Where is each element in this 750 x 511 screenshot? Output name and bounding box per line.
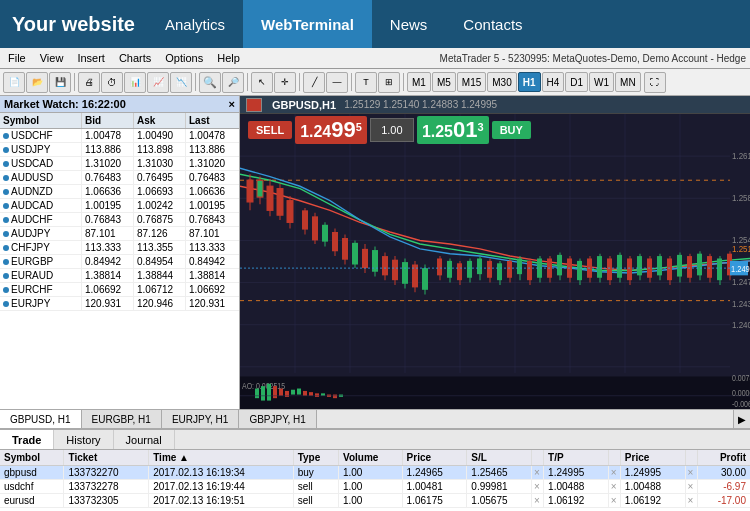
- svg-rect-134: [255, 389, 259, 399]
- th-tp[interactable]: T/P: [544, 450, 609, 466]
- svg-rect-36: [342, 238, 348, 260]
- market-watch-row[interactable]: USDJPY 113.886 113.898 113.886: [0, 143, 239, 157]
- buy-button[interactable]: BUY: [492, 121, 531, 139]
- tf-m1[interactable]: M1: [407, 72, 431, 92]
- tb-save[interactable]: 💾: [49, 72, 71, 93]
- market-watch-row[interactable]: USDCAD 1.31020 1.31030 1.31020: [0, 157, 239, 171]
- svg-text:1.24749: 1.24749: [732, 276, 750, 287]
- tb-bar[interactable]: 📈: [147, 72, 169, 93]
- menu-view[interactable]: View: [36, 51, 68, 65]
- trade-row[interactable]: gbpusd 133732270 2017.02.13 16:19:34 buy…: [0, 466, 750, 480]
- trade-tab-journal[interactable]: Journal: [114, 430, 175, 449]
- th-price[interactable]: Price: [402, 450, 467, 466]
- market-watch-row[interactable]: EURCHF 1.06692 1.06712 1.06692: [0, 283, 239, 297]
- chart-tab-eurjpy[interactable]: EURJPY, H1: [162, 410, 240, 428]
- tf-h1[interactable]: H1: [518, 72, 541, 92]
- tb-zoom-in[interactable]: ⏱: [101, 72, 123, 93]
- chart-tab-eurgbp[interactable]: EURGBP, H1: [82, 410, 162, 428]
- svg-rect-40: [362, 249, 368, 268]
- menu-charts[interactable]: Charts: [115, 51, 155, 65]
- svg-rect-147: [333, 395, 337, 399]
- tf-m30[interactable]: M30: [487, 72, 516, 92]
- chart-price-info: 1.25129 1.25140 1.24883 1.24995: [344, 99, 497, 110]
- market-watch-row[interactable]: AUDNZD 1.06636 1.06693 1.06636: [0, 185, 239, 199]
- market-watch-row[interactable]: AUDUSD 0.76483 0.76495 0.76483: [0, 171, 239, 185]
- th-ticket[interactable]: Ticket: [64, 450, 149, 466]
- svg-rect-62: [477, 258, 482, 274]
- th-sl[interactable]: S/L: [467, 450, 532, 466]
- tf-d1[interactable]: D1: [565, 72, 588, 92]
- market-watch-row[interactable]: USDCHF 1.00478 1.00490 1.00478: [0, 129, 239, 143]
- svg-rect-94: [637, 256, 642, 275]
- market-watch-row[interactable]: EURGBP 0.84942 0.84954 0.84942: [0, 255, 239, 269]
- market-watch-row[interactable]: CHFJPY 113.333 113.355 113.333: [0, 241, 239, 255]
- svg-rect-142: [303, 391, 307, 396]
- tb-crosshair[interactable]: ✛: [274, 72, 296, 93]
- nav-analytics[interactable]: Analytics: [147, 0, 243, 48]
- svg-rect-136: [267, 384, 271, 401]
- trade-row[interactable]: eurusd 133732305 2017.02.13 16:19:51 sel…: [0, 494, 750, 508]
- tb-zoom-in2[interactable]: 🔍: [199, 72, 221, 93]
- trade-tab-trade[interactable]: Trade: [0, 430, 54, 449]
- market-watch-row[interactable]: EURAUD 1.38814 1.38844 1.38814: [0, 269, 239, 283]
- chart-tab-scroll-right[interactable]: ▶: [733, 410, 750, 428]
- th-time[interactable]: Time ▲: [149, 450, 293, 466]
- site-title: Your website: [0, 0, 147, 48]
- market-watch-row[interactable]: AUDCAD 1.00195 1.00242 1.00195: [0, 199, 239, 213]
- svg-rect-98: [657, 256, 662, 275]
- svg-rect-137: [273, 386, 277, 398]
- tf-w1[interactable]: W1: [589, 72, 614, 92]
- nav-contacts[interactable]: Contacts: [445, 0, 540, 48]
- tb-arrow[interactable]: ⊞: [378, 72, 400, 93]
- tb-zoom-out[interactable]: 🔎: [222, 72, 244, 93]
- svg-rect-68: [507, 261, 512, 278]
- th-symbol[interactable]: Symbol: [0, 450, 64, 466]
- svg-text:0.000000: 0.000000: [732, 388, 750, 398]
- sell-button[interactable]: SELL: [248, 121, 292, 139]
- tf-m15[interactable]: M15: [457, 72, 486, 92]
- tb-line[interactable]: 📉: [170, 72, 192, 93]
- tb-print[interactable]: 🖨: [78, 72, 100, 93]
- th-volume[interactable]: Volume: [338, 450, 402, 466]
- th-profit[interactable]: Profit: [697, 450, 750, 466]
- menu-insert[interactable]: Insert: [73, 51, 109, 65]
- market-watch-close[interactable]: ×: [229, 98, 235, 110]
- trade-tab-history[interactable]: History: [54, 430, 113, 449]
- tb-candle[interactable]: 📊: [124, 72, 146, 93]
- tb-open[interactable]: 📂: [26, 72, 48, 93]
- chart-tab-gbpjpy[interactable]: GBPJPY, H1: [239, 410, 317, 428]
- tf-mn[interactable]: MN: [615, 72, 641, 92]
- svg-rect-32: [322, 225, 328, 242]
- trade-row[interactable]: usdchf 133732278 2017.02.13 16:19:44 sel…: [0, 480, 750, 494]
- market-watch-row[interactable]: AUDJPY 87.101 87.126 87.101: [0, 227, 239, 241]
- nav-news[interactable]: News: [372, 0, 446, 48]
- menu-bar: File View Insert Charts Options Help Met…: [0, 48, 750, 69]
- tf-m5[interactable]: M5: [432, 72, 456, 92]
- menu-options[interactable]: Options: [161, 51, 207, 65]
- th-close-price[interactable]: Price: [620, 450, 685, 466]
- col-symbol: Symbol: [0, 113, 82, 128]
- chart-tab-gbpusd[interactable]: GBPUSD, H1: [0, 410, 82, 428]
- tf-h4[interactable]: H4: [542, 72, 565, 92]
- tb-line-tool[interactable]: ╱: [303, 72, 325, 93]
- top-nav: Your website Analytics WebTerminal News …: [0, 0, 750, 48]
- menu-file[interactable]: File: [4, 51, 30, 65]
- svg-rect-18: [247, 180, 253, 202]
- tb-hline[interactable]: —: [326, 72, 348, 93]
- svg-rect-86: [597, 256, 602, 278]
- svg-text:1.24393: 1.24393: [732, 298, 750, 309]
- market-watch-row[interactable]: EURJPY 120.931 120.946 120.931: [0, 297, 239, 311]
- svg-rect-30: [312, 216, 318, 240]
- svg-rect-102: [677, 255, 682, 277]
- menu-help[interactable]: Help: [213, 51, 244, 65]
- market-watch-cols: Symbol Bid Ask Last: [0, 113, 239, 129]
- th-type[interactable]: Type: [293, 450, 338, 466]
- tb-text[interactable]: T: [355, 72, 377, 93]
- tb-new-chart[interactable]: 📄: [3, 72, 25, 93]
- nav-webterminal[interactable]: WebTerminal: [243, 0, 372, 48]
- tb-fullscreen[interactable]: ⛶: [644, 72, 666, 93]
- lot-input[interactable]: [370, 118, 414, 142]
- market-watch-row[interactable]: AUDCHF 0.76843 0.76875 0.76843: [0, 213, 239, 227]
- svg-text:1.2499: 1.2499: [731, 263, 750, 274]
- tb-cursor[interactable]: ↖: [251, 72, 273, 93]
